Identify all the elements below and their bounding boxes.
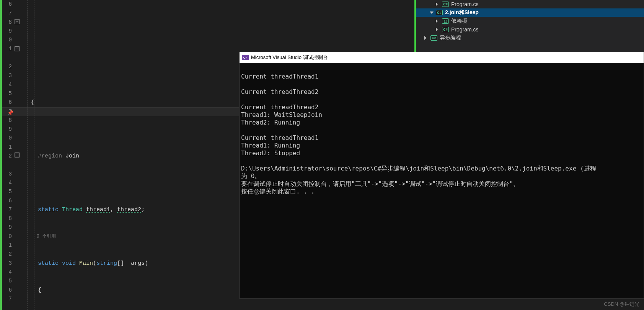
line-number: 9: [2, 223, 13, 232]
file-icon: C#: [442, 27, 449, 32]
line-number: 5: [2, 277, 13, 285]
fold-column: - - -: [13, 0, 22, 310]
line-number: 2: [2, 152, 13, 161]
console-output: Current threadThread1 Current threadThre…: [240, 63, 644, 298]
solution-node-label: Program.cs: [451, 1, 479, 7]
chevron-down-icon[interactable]: [430, 11, 434, 15]
line-number: 5: [2, 89, 13, 98]
line-number: 1: [2, 241, 13, 250]
line-number: 8: [2, 214, 13, 223]
watermark: CSDN @钟进光: [604, 301, 639, 308]
pin-icon: 📌: [7, 109, 13, 114]
solution-node[interactable]: ▢依赖项: [416, 17, 644, 25]
indent-margin: [22, 0, 31, 310]
chevron-right-icon[interactable]: [424, 36, 428, 40]
line-number: 2: [2, 250, 13, 259]
line-number: 4: [2, 179, 13, 187]
file-icon: C#: [442, 2, 449, 7]
line-number: 8: [2, 116, 13, 125]
line-number: 9: [2, 125, 13, 134]
line-number: 1: [2, 44, 13, 53]
line-number: 7: [2, 295, 13, 303]
line-number: 6: [2, 286, 13, 295]
file-icon: ▢: [442, 18, 449, 24]
file-icon: C#: [436, 10, 443, 15]
line-number: [2, 54, 13, 62]
solution-explorer[interactable]: C#Program.csC#2.join和Sleep▢依赖项C#Program.…: [414, 0, 644, 52]
file-icon: C#: [430, 35, 437, 41]
line-number: 4: [2, 80, 13, 89]
line-number: 6: [2, 197, 13, 205]
solution-node-label: Program.cs: [451, 26, 479, 33]
solution-node-label: 异步编程: [440, 34, 461, 41]
line-number: 7: [2, 205, 13, 214]
fold-toggle[interactable]: -: [15, 153, 20, 157]
solution-node[interactable]: C#异步编程: [416, 34, 644, 42]
chevron-right-icon[interactable]: [436, 2, 440, 6]
solution-node[interactable]: C#Program.cs: [416, 0, 644, 8]
line-number: 3: [2, 170, 13, 179]
fold-toggle[interactable]: -: [15, 19, 20, 24]
line-number: 6: [2, 98, 13, 107]
line-number: 7: [2, 9, 13, 18]
line-number: 0: [2, 36, 13, 44]
solution-node-label: 依赖项: [451, 18, 467, 25]
console-icon: C:\: [242, 55, 249, 60]
fold-toggle[interactable]: -: [15, 46, 20, 51]
chevron-right-icon[interactable]: [436, 28, 440, 31]
line-number: 3: [2, 259, 13, 268]
line-number: 6: [2, 0, 13, 9]
line-number: 8: [2, 18, 13, 27]
line-number: 9: [2, 27, 13, 36]
solution-node[interactable]: C#2.join和Sleep: [416, 8, 644, 17]
line-number: [2, 161, 13, 169]
line-number: 0: [2, 134, 13, 143]
line-number: 2: [2, 62, 13, 71]
chevron-right-icon[interactable]: [436, 19, 440, 23]
line-number: 5: [2, 187, 13, 196]
debug-console-window[interactable]: C:\ Microsoft Visual Studio 调试控制台 Curren…: [239, 52, 644, 299]
console-title: Microsoft Visual Studio 调试控制台: [251, 54, 328, 61]
console-titlebar[interactable]: C:\ Microsoft Visual Studio 调试控制台: [240, 52, 644, 63]
solution-node[interactable]: C#Program.cs: [416, 25, 644, 34]
solution-node-label: 2.join和Sleep: [445, 9, 479, 16]
line-number: 3: [2, 71, 13, 80]
line-number: 1: [2, 143, 13, 152]
line-number: 0: [2, 232, 13, 241]
line-number: 4: [2, 268, 13, 277]
line-number-gutter: 67890123456789012345678901234567: [2, 0, 13, 310]
